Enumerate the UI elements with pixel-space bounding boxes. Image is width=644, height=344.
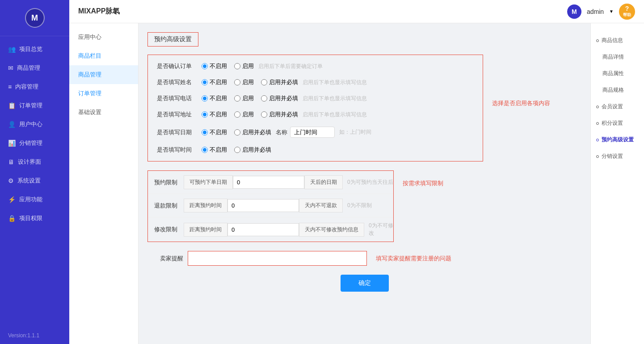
fill-address-enable[interactable]: 启用 xyxy=(234,110,254,119)
fill-time-disable[interactable]: 不启用 xyxy=(202,146,227,154)
sidebar-logo: M xyxy=(0,0,69,36)
admin-name: admin xyxy=(587,8,604,15)
app-title: MIXAPP脉氡 xyxy=(78,7,120,16)
seller-annotation: 填写卖家提醒需要注册的问题 xyxy=(376,255,483,263)
main-container: MIXAPP脉氡 M admin ▼ ? 帮助 应用中心 商品栏目 商品管理 订… xyxy=(69,0,644,344)
sidebar-item-design[interactable]: 🖥 设计界面 xyxy=(0,153,69,171)
help-button[interactable]: ? 帮助 xyxy=(619,4,635,20)
fill-address-label: 是否填写地址 xyxy=(157,110,202,119)
right-sidebar-goods-info[interactable]: 商品信息 xyxy=(591,32,644,49)
form-row-fill-date: 是否填写日期 不启用 启用并必填 xyxy=(157,127,474,138)
right-sidebar-goods-attr[interactable]: 商品属性 xyxy=(591,65,644,82)
fill-time-options: 不启用 启用并必填 xyxy=(202,146,271,154)
date-name-input[interactable] xyxy=(290,127,335,138)
limit-row-refund: 退款限制 距离预约时间 天内不可退款 0为不限制 xyxy=(148,194,393,217)
dot-icon xyxy=(596,139,599,141)
right-sidebar-distribution-settings[interactable]: 分销设置 xyxy=(591,148,644,165)
limit-annotation: 按需求填写限制 xyxy=(403,170,483,187)
sidebar: M 👥 项目总览 ✉ 商品管理 ≡ 内容管理 📋 订单管理 👤 用户中心 📊 分… xyxy=(0,0,69,344)
seller-reminder-label: 卖家提醒 xyxy=(147,255,183,263)
form-row-confirm-order: 是否确认订单 不启用 启用 xyxy=(157,62,474,70)
logo-icon: M xyxy=(25,8,45,28)
right-sidebar-goods-spec[interactable]: 商品规格 xyxy=(591,82,644,98)
booking-limit-tag: 可预约下单日期 xyxy=(184,175,233,189)
modify-limit-label: 修改限制 xyxy=(148,225,184,234)
modify-limit-inner: 距离预约时间 天内不可修改预约信息 0为不可修改 xyxy=(184,222,393,237)
fill-time-enable-required[interactable]: 启用并必填 xyxy=(234,146,271,154)
sidebar-item-goods[interactable]: ✉ 商品管理 xyxy=(0,59,69,77)
sidebar-item-permissions[interactable]: 🔒 项目权限 xyxy=(0,209,69,228)
booking-limit-input[interactable] xyxy=(233,176,304,189)
refund-limit-unit: 天内不可退款 xyxy=(299,199,343,212)
design-icon: 🖥 xyxy=(8,158,14,166)
form-row-fill-address: 是否填写地址 不启用 启用 xyxy=(157,110,474,119)
form-row-fill-phone: 是否填写电话 不启用 启用 xyxy=(157,94,474,102)
fill-address-enable-required[interactable]: 启用并必填 xyxy=(261,110,298,119)
booking-limit-inner: 可预约下单日期 天后的日期 0为可预约当天往后 xyxy=(184,175,393,189)
sub-nav-item-app-center[interactable]: 应用中心 xyxy=(69,28,138,47)
topbar-right: M admin ▼ ? 帮助 xyxy=(567,4,635,20)
limit-row-booking: 预约限制 可预约下单日期 天后的日期 0为可预约当天往后 xyxy=(148,171,393,194)
sidebar-item-overview[interactable]: 👥 项目总览 xyxy=(0,40,69,59)
fill-address-options: 不启用 启用 启用并必填 xyxy=(202,110,298,119)
sidebar-item-functions[interactable]: ⚡ 应用功能 xyxy=(0,190,69,209)
right-sidebar-member-settings[interactable]: 会员设置 xyxy=(591,98,644,115)
confirm-button[interactable]: 确定 xyxy=(341,275,389,292)
sub-nav-item-goods-manage[interactable]: 商品管理 xyxy=(69,65,138,84)
fill-name-options: 不启用 启用 启用并必填 xyxy=(202,78,298,86)
dot-icon xyxy=(596,106,599,108)
sidebar-item-orders[interactable]: 📋 订单管理 xyxy=(0,96,69,115)
confirm-order-hint: 启用后下单后需要确定订单 xyxy=(258,63,323,70)
sidebar-item-content[interactable]: ≡ 内容管理 xyxy=(0,77,69,96)
dot-icon xyxy=(596,39,599,42)
seller-reminder-input[interactable] xyxy=(188,251,367,266)
confirm-order-disable[interactable]: 不启用 xyxy=(202,62,227,70)
radio-options-section: 是否确认订单 不启用 启用 xyxy=(147,55,483,161)
refund-limit-hint: 0为不限制 xyxy=(347,202,372,209)
users-icon: 👤 xyxy=(8,121,16,128)
limits-section: 预约限制 可预约下单日期 天后的日期 0为可预约当天往后 xyxy=(147,170,394,242)
modify-limit-tag: 距离预约时间 xyxy=(184,223,227,237)
fill-phone-enable-required[interactable]: 启用并必填 xyxy=(261,94,298,102)
sidebar-item-settings[interactable]: ⚙ 系统设置 xyxy=(0,171,69,190)
right-sidebar-points-settings[interactable]: 积分设置 xyxy=(591,115,644,132)
functions-icon: ⚡ xyxy=(8,196,16,203)
modify-limit-input[interactable] xyxy=(227,223,299,236)
fill-phone-options: 不启用 启用 启用并必填 xyxy=(202,94,298,102)
seller-reminder-row: 卖家提醒 xyxy=(147,251,367,266)
confirm-order-options: 不启用 启用 xyxy=(202,62,254,70)
fill-time-label: 是否填写时间 xyxy=(157,146,202,154)
settings-icon: ⚙ xyxy=(8,177,14,184)
orders-icon: 📋 xyxy=(8,102,16,109)
version-label: Version:1.1.1 xyxy=(0,327,69,344)
sub-nav-item-basic-settings[interactable]: 基础设置 xyxy=(69,103,138,122)
help-icon: ? xyxy=(625,5,629,12)
confirm-order-enable[interactable]: 启用 xyxy=(234,62,254,70)
right-sidebar-goods-detail[interactable]: 商品详情 xyxy=(591,49,644,65)
fill-name-label: 是否填写姓名 xyxy=(157,78,202,86)
section-title: 预约高级设置 xyxy=(147,32,198,47)
fill-name-enable[interactable]: 启用 xyxy=(234,78,254,86)
confirm-order-label: 是否确认订单 xyxy=(157,62,202,70)
refund-limit-tag: 距离预约时间 xyxy=(184,199,227,212)
refund-limit-inner: 距离预约时间 天内不可退款 0为不限制 xyxy=(184,199,393,212)
sidebar-item-users[interactable]: 👤 用户中心 xyxy=(0,115,69,134)
fill-date-disable[interactable]: 不启用 xyxy=(202,128,227,136)
refund-limit-label: 退款限制 xyxy=(148,202,184,210)
fill-date-enable-required[interactable]: 启用并必填 xyxy=(234,128,271,136)
fill-name-disable[interactable]: 不启用 xyxy=(202,78,227,86)
permissions-icon: 🔒 xyxy=(8,215,16,222)
sub-nav-item-goods-category[interactable]: 商品栏目 xyxy=(69,47,138,65)
fill-name-hint: 启用后下单也显示填写信息 xyxy=(303,79,367,86)
fill-phone-enable[interactable]: 启用 xyxy=(234,94,254,102)
refund-limit-input[interactable] xyxy=(227,199,299,212)
fill-address-disable[interactable]: 不启用 xyxy=(202,110,227,119)
right-sidebar-booking-settings[interactable]: 预约高级设置 xyxy=(591,132,644,148)
sub-nav-item-order-manage[interactable]: 订单管理 xyxy=(69,84,138,103)
dot-icon xyxy=(596,155,599,158)
body-layout: 应用中心 商品栏目 商品管理 订单管理 基础设置 预约高级设置 是否确认订单 xyxy=(69,23,644,344)
fill-name-enable-required[interactable]: 启用并必填 xyxy=(261,78,298,86)
sidebar-item-distribution[interactable]: 📊 分销管理 xyxy=(0,134,69,153)
booking-limit-label: 预约限制 xyxy=(148,178,184,187)
fill-phone-disable[interactable]: 不启用 xyxy=(202,94,227,102)
